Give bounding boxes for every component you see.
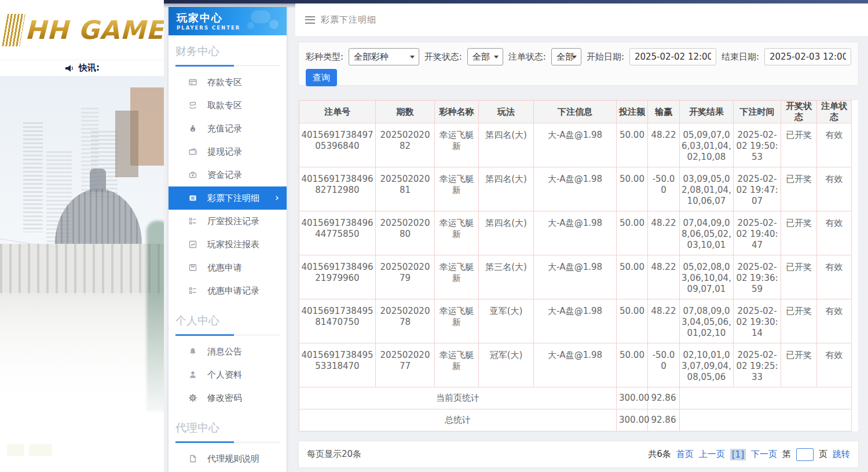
table-cell: 2025-02-02 19:25:33 xyxy=(734,343,781,387)
sidebar-item-withdraw-zone[interactable]: 取款专区 xyxy=(169,94,287,117)
page-size-text: 每页显示20条 xyxy=(307,449,361,460)
table-cell: 大-A盘@1.98 xyxy=(534,167,617,211)
column-header: 投注额 xyxy=(617,101,648,123)
content: 彩种类型: 全部彩种 开奖状态: 全部 注单状态: 全部 开始日期: 结束日期:… xyxy=(298,42,859,468)
gamepad-icon xyxy=(251,10,270,23)
table-cell: 已开奖 xyxy=(781,211,817,255)
hall-records-list-icon xyxy=(188,217,197,226)
bell-icon xyxy=(188,347,197,356)
column-header: 玩法 xyxy=(479,101,534,123)
order-status-label: 注单状态: xyxy=(508,52,546,63)
table-cell: 有效 xyxy=(817,299,852,343)
column-header: 注单状态 xyxy=(817,101,852,123)
sidebar-item-withdrawal-records[interactable]: 提现记录 xyxy=(169,140,287,163)
first-page-link[interactable]: 首页 xyxy=(676,449,694,460)
table-cell: 大-A盘@1.98 xyxy=(534,211,617,255)
column-header: 下注信息 xyxy=(534,101,617,123)
prev-page-link[interactable]: 上一页 xyxy=(699,449,725,460)
table-cell: 401569173849621979960 xyxy=(299,255,376,299)
table-cell: 已开奖 xyxy=(781,255,817,299)
table-cell: 03,09,05,02,08,01,04,10,06,07 xyxy=(680,167,734,211)
table-cell: -50.00 xyxy=(648,167,680,211)
table-cell: 07,08,09,03,04,05,06,01,02,10 xyxy=(680,299,734,343)
table-cell: 有效 xyxy=(817,167,852,211)
table-cell: 有效 xyxy=(817,343,852,387)
table-cell: 2025-02-02 19:50:53 xyxy=(734,123,781,167)
jump-suffix-label: 页 xyxy=(819,449,827,460)
sidebar-item-recharge-records[interactable]: 充值记录 xyxy=(169,117,287,140)
recharge-moneybag-icon xyxy=(188,124,197,133)
sidebar-item-change-password[interactable]: 修改密码 xyxy=(169,386,287,409)
table-cell: 已开奖 xyxy=(781,167,817,211)
table-cell: 07,04,09,08,06,05,02,03,10,01 xyxy=(680,211,734,255)
table-cell: 20250202081 xyxy=(376,167,435,211)
grand-summary-row: 总统计 300.00 92.86 xyxy=(299,409,852,431)
menu-toggle-icon[interactable] xyxy=(305,16,315,24)
lottery-type-label: 彩种类型: xyxy=(306,52,343,63)
bet-table: 注单号期数彩种名称玩法下注信息投注额输赢开奖结果下注时间开奖状态注单状态 401… xyxy=(299,100,852,431)
table-cell: 已开奖 xyxy=(781,123,817,167)
start-date-input[interactable] xyxy=(629,48,716,65)
sidebar-item-profile[interactable]: 个人资料 xyxy=(169,363,287,386)
chevron-right-icon: › xyxy=(275,191,279,203)
table-row: 40156917384958147075020250202078幸运飞艇新亚军(… xyxy=(299,299,852,343)
table-header-row: 注单号期数彩种名称玩法下注信息投注额输赢开奖结果下注时间开奖状态注单状态 xyxy=(299,101,852,123)
speaker-icon xyxy=(64,64,75,73)
current-page-indicator: [1] xyxy=(730,449,746,460)
chevron-down-icon xyxy=(494,56,499,58)
deposit-card-icon xyxy=(188,78,197,87)
section-title-agent: 代理中心 xyxy=(175,420,280,442)
sidebar-item-promo-apply[interactable]: 优惠申请 xyxy=(169,256,287,279)
column-header: 注单号 xyxy=(299,101,376,123)
draw-status-select[interactable]: 全部 xyxy=(467,48,503,65)
table-cell: 大-A盘@1.98 xyxy=(534,123,617,167)
order-status-select[interactable]: 全部 xyxy=(551,48,581,65)
table-row: 40156917384962197996020250202079幸运飞艇新第三名… xyxy=(299,255,852,299)
sidebar: 玩家中心 PLAYERS CENTER 财务中心 存款专区 取款专区 充 xyxy=(169,7,287,472)
user-icon xyxy=(188,370,197,379)
table-cell: 05,09,07,06,03,01,04,02,10,08 xyxy=(680,123,734,167)
table-cell: 401569173849644775850 xyxy=(299,211,376,255)
main-region: 玩家中心 PLAYERS CENTER 财务中心 存款专区 取款专区 充 xyxy=(164,0,868,472)
table-cell: 2025-02-02 19:30:14 xyxy=(734,299,781,343)
table-cell: 401569173849553318470 xyxy=(299,343,376,387)
end-date-input[interactable] xyxy=(764,48,851,65)
table-cell: 大-A盘@1.98 xyxy=(534,299,617,343)
table-cell: 50.00 xyxy=(617,255,648,299)
page-jump-input[interactable] xyxy=(796,448,814,461)
column-header: 输赢 xyxy=(648,101,680,123)
sidebar-item-player-bet-report[interactable]: 玩家投注报表 xyxy=(169,233,287,256)
sidebar-item-announcements[interactable]: 消息公告 xyxy=(169,340,287,363)
pagination-bar: 每页显示20条 共6条 首页 上一页 [1] 下一页 第 页 跳转 xyxy=(298,441,859,468)
news-ticker-bar: 快讯: xyxy=(0,60,164,76)
funds-purse-icon xyxy=(188,170,197,180)
query-button[interactable]: 查询 xyxy=(306,69,337,86)
chevron-down-icon xyxy=(410,56,415,58)
page-summary-label: 当前页统计 xyxy=(299,387,617,409)
column-header: 开奖状态 xyxy=(781,101,817,123)
table-cell: 50.00 xyxy=(617,123,648,167)
table-cell: 有效 xyxy=(817,255,852,299)
end-date-label: 结束日期: xyxy=(721,52,759,63)
grand-win-total: 92.86 xyxy=(648,409,680,431)
next-page-link[interactable]: 下一页 xyxy=(751,449,777,460)
table-cell: -50.00 xyxy=(648,343,680,387)
withdraw-hand-icon xyxy=(188,101,197,110)
sidebar-item-promo-records[interactable]: 优惠申请记录 xyxy=(169,279,287,302)
lottery-type-select[interactable]: 全部彩种 xyxy=(349,48,419,65)
sidebar-item-hall-bet-records[interactable]: 厅室投注记录 xyxy=(169,210,287,233)
draw-status-label: 开奖状态: xyxy=(424,52,462,63)
sidebar-item-lottery-bet-details[interactable]: 彩票下注明细 › xyxy=(169,186,287,210)
table-cell: 20250202082 xyxy=(376,123,435,167)
sidebar-item-fund-records[interactable]: 资金记录 xyxy=(169,163,287,186)
table-cell: 50.00 xyxy=(617,343,648,387)
sidebar-item-deposit-zone[interactable]: 存款专区 xyxy=(169,71,287,94)
table-cell: 50.00 xyxy=(617,299,648,343)
jump-button[interactable]: 跳转 xyxy=(833,449,850,460)
table-cell: 第四名(大) xyxy=(479,123,534,167)
table-cell: 48.22 xyxy=(648,123,680,167)
table-cell: 05,02,08,03,06,10,04,09,07,01 xyxy=(680,255,734,299)
section-title-personal: 个人中心 xyxy=(175,313,280,335)
sidebar-item-agent-rules[interactable]: 代理规则说明 xyxy=(169,447,287,470)
column-header: 期数 xyxy=(376,101,435,123)
